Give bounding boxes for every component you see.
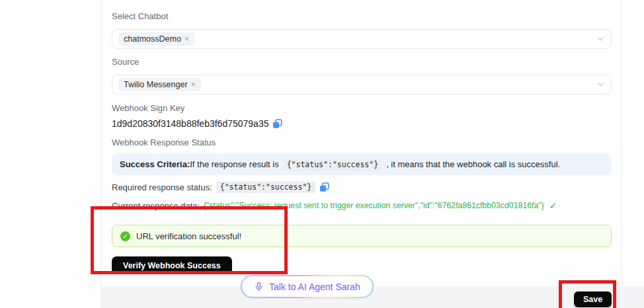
select-chatbot-dropdown[interactable]: chatmossDemo × [112, 29, 612, 49]
source-tag-label: Twilio Messenger [124, 80, 188, 89]
success-criteria-code: {"status":"success"} [283, 159, 382, 171]
url-verification-alert: ✓ URL verification successful! [112, 225, 612, 247]
copy-icon[interactable] [272, 119, 282, 129]
select-chatbot-label: Select Chatbot [112, 11, 168, 21]
talk-to-ai-agent-label: Talk to AI Agent Sarah [269, 282, 360, 292]
chevron-down-icon[interactable] [596, 35, 604, 43]
success-criteria-bold-text: Success Criteria: [120, 159, 190, 169]
chatbot-tag: chatmossDemo × [118, 32, 194, 46]
remove-chatbot-tag-icon[interactable]: × [184, 35, 189, 43]
url-verification-alert-text: URL verification successful! [136, 231, 241, 241]
verify-webhook-button[interactable]: Verify Webhook Success [112, 256, 232, 274]
check-icon: ✓ [549, 200, 557, 211]
source-dropdown[interactable]: Twilio Messenger × [112, 75, 612, 95]
webhook-sign-key-row: 1d9d20830f3148b88feb3f6d75079a35 [112, 118, 282, 129]
source-tag: Twilio Messenger × [118, 78, 201, 91]
success-check-icon: ✓ [120, 231, 130, 241]
webhook-form-panel: Select Chatbot chatmossDemo × Source Twi… [101, 0, 622, 286]
webhook-settings-page: Select Chatbot chatmossDemo × Source Twi… [0, 0, 644, 308]
required-response-label: Required response status: [112, 182, 212, 192]
current-response-row: Current response data: {"status":"Succes… [112, 200, 557, 211]
required-response-row: Required response status: {"status":"suc… [112, 181, 329, 193]
success-criteria-text-after: , it means that the webhook call is succ… [386, 159, 560, 169]
save-button[interactable]: Save [574, 291, 612, 307]
source-label: Source [112, 57, 139, 67]
microphone-icon [254, 282, 264, 291]
success-criteria-info-box: Success Criteria: If the response result… [112, 153, 612, 175]
remove-source-tag-icon[interactable]: × [191, 81, 196, 89]
chevron-down-icon[interactable] [596, 81, 604, 89]
talk-to-ai-agent-button[interactable]: Talk to AI Agent Sarah [241, 275, 374, 298]
required-response-code: {"status":"success"} [216, 181, 315, 193]
success-criteria-text-before: If the response result is [190, 159, 278, 169]
current-response-label: Current response data: [112, 201, 200, 211]
copy-icon[interactable] [319, 182, 329, 192]
webhook-sign-key-label: Webhook Sign Key [112, 103, 184, 113]
webhook-sign-key-value: 1d9d20830f3148b88feb3f6d75079a35 [112, 118, 268, 129]
chatbot-tag-label: chatmossDemo [124, 34, 181, 44]
webhook-response-status-label: Webhook Response Status [112, 137, 216, 147]
current-response-value: {"status":"Success: request sent to trig… [204, 201, 544, 210]
